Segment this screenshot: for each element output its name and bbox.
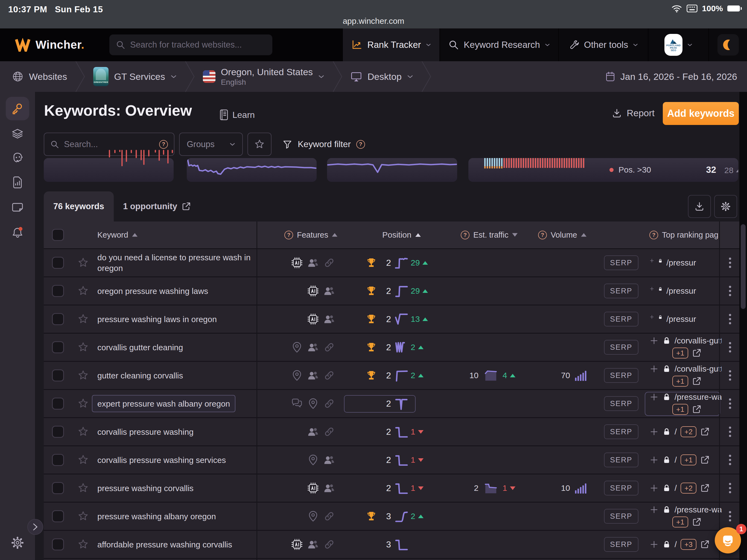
keyword-cell[interactable]: pressure washing laws in oregon bbox=[97, 314, 252, 325]
more-pages-chip[interactable]: +1 bbox=[672, 376, 688, 387]
page-url[interactable]: /pressure-wash bbox=[666, 314, 696, 324]
summary-card-3[interactable] bbox=[327, 158, 457, 182]
more-pages-chip[interactable]: +2 bbox=[680, 483, 696, 493]
report-button[interactable]: Report bbox=[612, 108, 654, 119]
keyword-cell[interactable]: pressure washing albany oregon bbox=[97, 511, 252, 522]
row-checkbox[interactable] bbox=[52, 285, 64, 297]
help-icon[interactable] bbox=[284, 230, 293, 239]
kebab-menu-icon[interactable] bbox=[727, 312, 733, 326]
star-icon[interactable] bbox=[78, 370, 88, 381]
help-icon[interactable] bbox=[461, 230, 469, 239]
plus-icon[interactable] bbox=[649, 258, 654, 268]
star-icon[interactable] bbox=[78, 539, 88, 550]
keyword-cell[interactable]: corvallis pressure washing bbox=[97, 427, 252, 437]
row-checkbox[interactable] bbox=[52, 482, 64, 494]
plus-icon[interactable] bbox=[649, 392, 659, 402]
row-checkbox[interactable] bbox=[52, 257, 64, 269]
serp-chip[interactable]: SERP bbox=[604, 537, 639, 552]
more-pages-chip[interactable]: +1 bbox=[672, 516, 688, 528]
external-link-icon[interactable] bbox=[700, 455, 710, 464]
help-icon[interactable] bbox=[159, 140, 168, 149]
date-range-picker[interactable]: Jan 16, 2026 - Feb 16, 2026 bbox=[605, 71, 737, 82]
serp-chip[interactable]: SERP bbox=[604, 481, 639, 495]
tracked-websites-search[interactable] bbox=[109, 34, 272, 55]
sidebar-item-groups[interactable] bbox=[11, 127, 24, 141]
header-features[interactable]: Features bbox=[284, 230, 337, 239]
page-url[interactable]: / bbox=[674, 455, 677, 464]
sidebar-item-notes[interactable] bbox=[11, 201, 24, 214]
account-menu[interactable]: PORTLAND PEAK SEO bbox=[649, 28, 708, 61]
sidebar-item-notifications[interactable] bbox=[11, 226, 24, 239]
scrollbar-thumb[interactable] bbox=[741, 224, 746, 309]
nav-item-keyword-research[interactable]: Keyword Research bbox=[440, 28, 558, 61]
plus-icon[interactable] bbox=[649, 505, 659, 514]
star-icon[interactable] bbox=[78, 483, 88, 493]
sidebar-item-reports[interactable] bbox=[11, 176, 24, 189]
table-settings-button[interactable] bbox=[714, 195, 737, 218]
kebab-menu-icon[interactable] bbox=[727, 340, 733, 354]
kebab-menu-icon[interactable] bbox=[727, 284, 733, 298]
starred-filter-button[interactable] bbox=[248, 133, 272, 156]
kebab-menu-icon[interactable] bbox=[727, 509, 733, 523]
nav-item-rank-tracker[interactable]: Rank Tracker bbox=[343, 28, 439, 61]
tab-keywords[interactable]: 76 keywords bbox=[44, 192, 114, 222]
sidebar-settings[interactable] bbox=[11, 536, 24, 549]
header-keyword[interactable]: Keyword bbox=[97, 230, 137, 239]
page-url[interactable]: /pressure-wash bbox=[674, 392, 722, 402]
keyword-cell[interactable]: expert pressure wash albany oregon bbox=[97, 395, 252, 412]
nav-item-other-tools[interactable]: Other tools bbox=[559, 28, 648, 61]
help-icon[interactable] bbox=[649, 230, 658, 239]
kebab-menu-icon[interactable] bbox=[727, 453, 733, 467]
page-url[interactable]: /corvallis-gutte bbox=[674, 336, 722, 345]
sidebar-item-keywords[interactable] bbox=[6, 97, 29, 120]
kebab-menu-icon[interactable] bbox=[727, 397, 733, 410]
theme-toggle[interactable] bbox=[709, 28, 747, 61]
star-icon[interactable] bbox=[78, 314, 88, 325]
keyword-cell[interactable]: corvallis pressure washing services bbox=[97, 455, 252, 465]
kebab-menu-icon[interactable] bbox=[727, 368, 733, 382]
breadcrumb-site[interactable]: GREENTREE GT Services bbox=[93, 67, 176, 86]
kebab-menu-icon[interactable] bbox=[727, 481, 733, 495]
header-top-ranking-page[interactable]: Top ranking page bbox=[649, 230, 718, 239]
summary-card-2[interactable] bbox=[187, 158, 317, 182]
header-est-traffic[interactable]: Est. traffic bbox=[461, 230, 518, 239]
plus-icon[interactable] bbox=[649, 540, 659, 549]
serp-chip[interactable]: SERP bbox=[604, 284, 639, 298]
serp-chip[interactable]: SERP bbox=[604, 509, 639, 524]
keyword-search-input[interactable] bbox=[64, 139, 154, 149]
keyword-cell[interactable]: pressure washing corvallis bbox=[97, 483, 252, 493]
external-link-icon[interactable] bbox=[692, 405, 701, 414]
plus-icon[interactable] bbox=[649, 314, 654, 324]
serp-chip[interactable]: SERP bbox=[604, 453, 639, 467]
kebab-menu-icon[interactable] bbox=[727, 256, 733, 270]
learn-link[interactable]: Learn bbox=[219, 109, 255, 120]
keyword-filter-button[interactable]: Keyword filter bbox=[282, 133, 365, 156]
table-download-button[interactable] bbox=[688, 195, 711, 218]
row-checkbox[interactable] bbox=[52, 454, 64, 466]
external-link-icon[interactable] bbox=[700, 427, 710, 436]
kebab-menu-icon[interactable] bbox=[727, 425, 733, 439]
keyword-cell[interactable]: oregon pressure washing laws bbox=[97, 286, 252, 297]
external-link-icon[interactable] bbox=[692, 377, 701, 386]
page-url[interactable]: /corvallis-gutte bbox=[674, 364, 722, 374]
star-icon[interactable] bbox=[78, 398, 88, 409]
breadcrumb-location[interactable]: Oregon, United States English bbox=[203, 67, 324, 87]
more-pages-chip[interactable]: +3 bbox=[680, 539, 696, 550]
star-icon[interactable] bbox=[78, 257, 88, 268]
external-link-icon[interactable] bbox=[700, 483, 710, 493]
more-pages-chip[interactable]: +1 bbox=[680, 455, 696, 465]
row-checkbox[interactable] bbox=[52, 313, 64, 325]
row-checkbox[interactable] bbox=[52, 538, 64, 551]
header-position[interactable]: Position bbox=[382, 230, 421, 239]
page-url[interactable]: / bbox=[674, 483, 677, 493]
help-icon[interactable] bbox=[356, 140, 365, 149]
row-checkbox[interactable] bbox=[52, 398, 64, 410]
help-icon[interactable] bbox=[538, 230, 547, 239]
select-all-checkbox[interactable] bbox=[52, 229, 64, 241]
plus-icon[interactable] bbox=[649, 427, 659, 436]
row-checkbox[interactable] bbox=[52, 341, 64, 353]
more-pages-chip[interactable]: +1 bbox=[672, 348, 688, 358]
header-volume[interactable]: Volume bbox=[538, 230, 587, 239]
tracked-websites-search-input[interactable] bbox=[130, 40, 266, 50]
plus-icon[interactable] bbox=[649, 336, 659, 345]
